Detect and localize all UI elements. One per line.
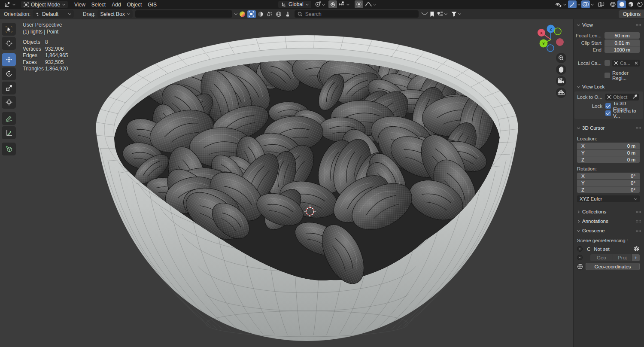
shading-solid-button[interactable] — [617, 0, 626, 8]
render-region-checkbox[interactable] — [605, 73, 610, 78]
tool-rotate-button[interactable] — [2, 67, 16, 80]
navigation-gizmo[interactable]: Z X Y — [532, 21, 571, 101]
mode-dropdown[interactable]: Object Mode — [21, 1, 68, 8]
tool-annotate-button[interactable] — [2, 112, 16, 125]
snap-with-button[interactable] — [337, 0, 350, 8]
material-ball-icon[interactable] — [239, 11, 246, 18]
rotation-mode-dropdown[interactable]: XYZ Euler — [577, 195, 640, 202]
focal-length-field[interactable]: 50 mm — [605, 32, 640, 39]
cursor-location-x-field[interactable]: X0 m — [577, 143, 640, 149]
viewport-pan-button[interactable] — [556, 64, 566, 75]
viewport-camera-button[interactable] — [556, 76, 566, 86]
snap-toggle-button[interactable] — [328, 0, 337, 8]
gizmo-z-neg-axis[interactable] — [547, 45, 554, 52]
tool-select-box-button[interactable] — [2, 23, 16, 36]
object-visibility-button[interactable] — [554, 0, 567, 8]
menu-add[interactable]: Add — [109, 0, 124, 9]
section-annotations-header[interactable]: Annotations — [574, 216, 644, 226]
select-mode-button[interactable] — [247, 10, 256, 18]
tool-transform-button[interactable] — [2, 96, 16, 109]
clip-start-field[interactable]: 0.01 m — [605, 40, 640, 46]
shading-wireframe-button[interactable] — [608, 0, 617, 8]
show-overlays-button[interactable] — [581, 0, 590, 8]
chevron-down-icon[interactable] — [234, 12, 237, 15]
crs-radio[interactable] — [577, 246, 583, 252]
tool-move-button[interactable] — [2, 53, 16, 66]
section-collections-header[interactable]: Collections — [574, 207, 644, 216]
menu-gis[interactable]: GIS — [145, 0, 160, 9]
drag-dots-icon[interactable] — [635, 24, 641, 27]
drag-dots-icon[interactable] — [635, 127, 641, 130]
pivot-point-button[interactable] — [314, 0, 326, 8]
globe-tool-button[interactable] — [274, 10, 283, 18]
left-toolbar — [2, 23, 16, 155]
eyedropper-icon[interactable] — [632, 94, 637, 99]
orientation-dropdown[interactable]: Global — [278, 1, 311, 8]
show-gizmo-button[interactable] — [568, 0, 577, 8]
add-crs-button[interactable]: + — [632, 254, 640, 261]
search-input[interactable]: Search — [295, 10, 419, 18]
lock-object-field[interactable]: Object — [605, 94, 639, 100]
options-button[interactable]: Options — [619, 10, 644, 18]
falloff-curve-button[interactable] — [364, 0, 377, 8]
camera-to-view-checkbox[interactable] — [605, 110, 611, 116]
filter-button[interactable] — [450, 10, 462, 18]
clip-end-field[interactable]: 1000 m — [605, 46, 640, 53]
gizmo-y-neg-axis[interactable] — [554, 28, 561, 35]
drag-dots-icon[interactable] — [635, 220, 641, 223]
cursor-rotation-z-field[interactable]: Z0° — [577, 186, 640, 193]
tool-scale-button[interactable] — [2, 82, 16, 94]
drag-dots-icon[interactable] — [635, 210, 641, 213]
clip-start-row: Clip Start 0.01 m — [574, 40, 640, 46]
geo-coordinates-button[interactable]: Geo-coordinates — [586, 263, 640, 270]
shading-material-button[interactable] — [626, 0, 635, 8]
local-camera-checkbox[interactable] — [605, 60, 610, 66]
drag-value: Select Box — [100, 11, 125, 17]
brush-tool-button[interactable] — [283, 10, 292, 18]
lock-to-3d-cursor-checkbox[interactable] — [605, 103, 611, 109]
cursor-location-y-field[interactable]: Y0 m — [577, 149, 640, 156]
drag-dropdown[interactable]: Select Box — [97, 10, 132, 18]
section-view-lock-header[interactable]: View Lock — [574, 82, 644, 91]
menu-object[interactable]: Object — [124, 0, 145, 9]
drag-dots-icon[interactable] — [635, 229, 641, 232]
focal-length-row: Focal Len... 50 mm — [574, 32, 640, 39]
toggle-xray-button[interactable] — [597, 0, 605, 8]
geo-proj-radio[interactable] — [577, 255, 583, 260]
proportional-edit-button[interactable] — [355, 0, 363, 8]
section-view-header[interactable]: View — [574, 20, 644, 30]
shading-rendered-button[interactable] — [635, 0, 644, 8]
cursor-rotation-y-field[interactable]: Y0° — [577, 180, 640, 186]
menu-select[interactable]: Select — [88, 0, 109, 9]
gear-icon[interactable] — [633, 246, 640, 252]
shading-toggle-small-button[interactable] — [256, 10, 265, 18]
object-data-icon — [607, 95, 611, 99]
curve-widget-icon[interactable] — [421, 12, 428, 17]
menu-view[interactable]: View — [71, 0, 88, 9]
gizmo-x-neg-axis[interactable] — [556, 38, 564, 46]
section-geoscene-header[interactable]: Geoscene — [574, 226, 644, 235]
local-camera-row: Local Ca... Ca... — [574, 60, 640, 66]
proj-button[interactable]: Proj — [613, 254, 632, 261]
cursor-location-z-field[interactable]: Z0 m — [577, 156, 640, 163]
editor-type-button[interactable] — [1, 0, 18, 9]
tool-settings-strip[interactable] — [135, 10, 232, 18]
display-mode-button[interactable] — [436, 10, 448, 18]
geo-button[interactable]: Geo — [590, 254, 613, 261]
chevron-down-icon — [458, 12, 461, 15]
tool-orientation-dropdown[interactable]: Default — [33, 10, 74, 18]
tool-add-primitive-button[interactable] — [2, 143, 16, 155]
particle-tool-button[interactable] — [265, 10, 274, 18]
close-icon[interactable] — [635, 61, 638, 65]
section-3d-cursor-header[interactable]: 3D Cursor — [574, 123, 644, 133]
blender-window: Object Mode View Select Add Object GIS G… — [0, 0, 644, 347]
tool-measure-button[interactable] — [2, 126, 16, 139]
geo-globe-icon — [576, 263, 584, 271]
local-camera-field[interactable]: Ca... — [612, 60, 640, 67]
chevron-down-icon — [591, 3, 594, 6]
tool-cursor-button[interactable] — [2, 37, 16, 50]
bookmark-icon[interactable] — [430, 11, 434, 17]
cursor-rotation-x-field[interactable]: X0° — [577, 173, 640, 179]
viewport-zoom-button[interactable] — [556, 53, 566, 63]
viewport-ortho-button[interactable] — [556, 88, 566, 98]
